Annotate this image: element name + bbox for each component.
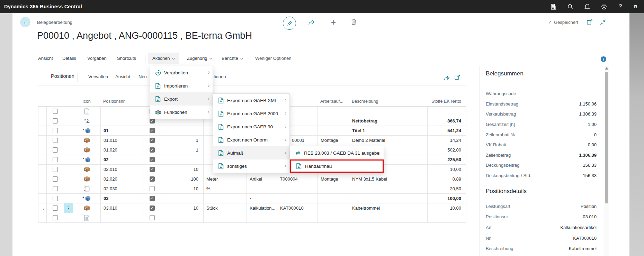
cell-chk2[interactable]: ✓ (143, 174, 161, 184)
cell-chk2[interactable]: ✓ (143, 145, 161, 155)
menubar-dropdown-berichte[interactable]: Berichte (222, 53, 243, 64)
cell-type[interactable]: Kalkulation... (247, 203, 277, 213)
cell-besch[interactable]: Nettobetrag (349, 116, 428, 126)
cell-unit[interactable] (204, 194, 247, 203)
positions-toolbar-partial-label[interactable]: tionen (214, 74, 226, 79)
cell-besch[interactable] (349, 213, 428, 222)
cell-val[interactable]: 10,00 (428, 165, 466, 174)
field-label[interactable]: Nr. (486, 236, 492, 241)
table-row[interactable]: →⋮03.010✓10StückKalkulation...KAT000010K… (38, 203, 466, 213)
cell-chk2[interactable]: ✓ (143, 203, 161, 213)
field-label[interactable]: Einstandsbetrag (486, 101, 518, 107)
cell-chk[interactable] (47, 126, 64, 135)
row-menu-dots[interactable]: ⋮ (64, 203, 73, 213)
cell-type[interactable]: - (247, 213, 277, 222)
cell-val[interactable]: 20,50 (428, 184, 466, 193)
cell-chk2[interactable]: ✓ (143, 194, 161, 203)
cell-nr[interactable] (277, 213, 318, 222)
cell-type[interactable]: - (247, 184, 277, 193)
submenu-item-export-nach-gaeb-xml[interactable]: Export nach GAEB XML (213, 94, 289, 107)
cell-unit[interactable]: Stück (204, 203, 247, 213)
row-select-checkbox[interactable] (53, 176, 58, 182)
field-label[interactable]: Zeilenrabatt % (486, 132, 515, 137)
table-row[interactable]: - (38, 213, 466, 223)
cell-type[interactable]: - (247, 194, 277, 203)
expand-caret-icon[interactable] (82, 157, 84, 159)
cell-chk[interactable] (47, 184, 64, 193)
cell-qty[interactable] (161, 126, 204, 135)
cell-pos[interactable]: 03.010 (101, 203, 143, 213)
cell-chk[interactable] (47, 145, 64, 155)
cell-nr[interactable]: KAT000010 (277, 203, 318, 213)
cell-chk[interactable] (47, 194, 64, 203)
cell-chk[interactable] (47, 174, 64, 184)
cell-arb[interactable] (318, 184, 349, 193)
row-active-checkbox[interactable]: ✓ (150, 196, 155, 201)
cell-arb[interactable]: Montage (318, 174, 349, 184)
row-select-checkbox[interactable] (53, 128, 58, 133)
cell-qty[interactable] (161, 194, 204, 203)
cell-chk[interactable] (47, 213, 64, 222)
cell-arb[interactable]: Montage (318, 136, 349, 145)
cell-pos[interactable]: 02.030 (101, 184, 143, 193)
add-new-button[interactable]: + (329, 18, 338, 26)
cell-besch[interactable] (349, 107, 428, 116)
cell-qty[interactable] (161, 213, 204, 222)
cell-val[interactable]: 0,89 (428, 174, 466, 184)
menubar-item-ansicht[interactable]: Ansicht (38, 53, 53, 64)
expand-caret-icon[interactable] (82, 196, 84, 198)
edit-pencil-button[interactable] (283, 17, 296, 30)
field-label[interactable]: VK Rabatt (486, 142, 506, 147)
company-icon[interactable] (550, 3, 557, 10)
cell-chk2[interactable] (143, 213, 161, 222)
cell-qty[interactable] (161, 155, 204, 164)
cell-type[interactable]: Artikel (247, 174, 277, 184)
cell-arb[interactable] (318, 107, 349, 116)
field-label[interactable]: Leistungsart (486, 204, 510, 209)
cell-arb[interactable] (318, 203, 349, 213)
cell-chk2[interactable]: ✓ (143, 155, 161, 164)
cell-pos[interactable]: 03 (101, 194, 143, 203)
cell-chk[interactable] (47, 155, 64, 164)
row-active-checkbox[interactable]: ✓ (150, 157, 155, 162)
cell-pos[interactable] (101, 116, 143, 126)
cell-besch[interactable] (349, 184, 428, 193)
share-list-icon[interactable] (444, 75, 450, 82)
cell-val[interactable]: 100,00 (428, 194, 466, 203)
positions-toolbar-verwalten[interactable]: Verwalten (88, 74, 108, 79)
table-row[interactable]: 03✓-100,00 (38, 194, 466, 203)
cell-qty[interactable]: 10 (161, 184, 204, 193)
cell-chk[interactable] (47, 203, 64, 213)
column-header-icon[interactable]: Icon (73, 99, 100, 104)
row-select-checkbox[interactable] (53, 205, 58, 211)
row-select-checkbox[interactable] (53, 167, 58, 172)
share-button[interactable] (308, 19, 315, 25)
cell-pos[interactable] (101, 213, 143, 222)
cell-unit[interactable]: % (204, 184, 247, 193)
column-header-arb[interactable]: Arbeitsauf... (317, 99, 349, 104)
submenu-item-sonstiges[interactable]: sonstiges (213, 159, 289, 173)
cell-pos[interactable]: 01 (101, 126, 143, 135)
breadcrumb[interactable]: Belegbearbeitung (37, 20, 72, 25)
cell-arb[interactable] (318, 126, 349, 135)
scrollbar-thumb[interactable] (605, 72, 608, 203)
user-avatar[interactable]: B (630, 1, 641, 12)
cell-val[interactable]: 866,74 (428, 116, 466, 126)
field-label[interactable]: Positionsnr. (486, 214, 509, 219)
column-header-pos[interactable]: Positionsnr. (100, 99, 143, 104)
cell-chk[interactable] (47, 107, 64, 116)
cell-chk[interactable] (47, 165, 64, 174)
cell-qty[interactable]: 100 (161, 174, 204, 184)
cell-pos[interactable] (101, 107, 143, 116)
menubar-item-details[interactable]: Details (62, 53, 76, 64)
help-icon[interactable]: ? (617, 3, 624, 10)
settings-gear-icon[interactable] (600, 3, 607, 10)
cell-unit[interactable]: Meter (204, 174, 247, 184)
cell-unit[interactable] (204, 213, 247, 222)
cell-chk[interactable] (47, 136, 64, 145)
cell-chk[interactable] (47, 116, 64, 126)
cell-besch[interactable]: Kabeltrommel (349, 203, 428, 213)
cell-arb[interactable] (318, 194, 349, 203)
open-list-in-new-window-icon[interactable] (455, 75, 460, 81)
cell-qty[interactable]: 10 (161, 165, 204, 174)
